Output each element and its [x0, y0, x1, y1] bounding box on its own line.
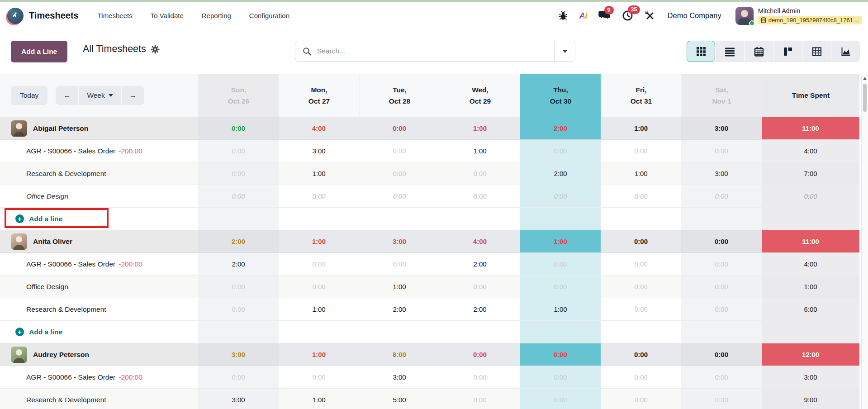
timesheet-cell[interactable]: 1:00 — [440, 140, 520, 162]
timesheet-cell[interactable]: 0:00 — [601, 389, 681, 409]
timesheet-cell[interactable]: 0:00 — [681, 253, 762, 276]
timesheet-cell[interactable]: 1:00 — [279, 162, 359, 185]
timesheet-cell[interactable]: 0:00 — [279, 253, 359, 276]
empty-cell[interactable] — [279, 208, 359, 230]
vertical-scrollbar[interactable] — [861, 74, 868, 409]
timesheet-cell[interactable]: 0:00 — [359, 140, 440, 162]
timesheet-cell[interactable]: 0:00 — [359, 185, 440, 208]
timesheet-cell[interactable]: 2:00 — [440, 253, 520, 276]
empty-cell[interactable] — [520, 208, 601, 230]
timesheet-cell[interactable]: 0:00 — [440, 389, 520, 409]
view-graph-button[interactable] — [831, 41, 860, 62]
timesheet-cell[interactable]: 0:00 — [601, 140, 681, 162]
today-button[interactable]: Today — [11, 86, 47, 105]
timesheet-cell[interactable]: 0:00 — [601, 366, 681, 389]
empty-cell[interactable] — [601, 208, 681, 230]
timesheet-cell[interactable]: 1:00 — [279, 389, 359, 409]
timesheet-cell[interactable]: 0:00 — [198, 276, 279, 298]
company-selector[interactable]: Demo Company — [668, 11, 721, 20]
support-tools-icon[interactable] — [645, 10, 655, 21]
activities-clock-icon[interactable]: 35 — [622, 10, 633, 21]
menu-to-validate[interactable]: To Validate — [143, 7, 191, 24]
timesheet-cell[interactable]: 0:00 — [681, 185, 762, 208]
timesheet-cell[interactable]: 0:00 — [198, 162, 279, 185]
timesheet-cell[interactable]: 1:00 — [279, 298, 359, 321]
timesheet-cell[interactable]: 0:00 — [520, 185, 601, 208]
timesheet-cell[interactable]: 0:00 — [520, 276, 601, 298]
menu-reporting[interactable]: Reporting — [194, 7, 238, 24]
empty-cell[interactable] — [681, 321, 762, 343]
timesheet-cell[interactable]: 2:00 — [440, 298, 520, 321]
timesheet-cell[interactable]: 3:00 — [681, 162, 762, 185]
empty-cell[interactable] — [520, 321, 601, 343]
timesheet-cell[interactable]: 0:00 — [359, 253, 440, 276]
search-filters-toggle[interactable] — [554, 41, 575, 61]
timesheet-cell[interactable]: 0:00 — [198, 366, 279, 389]
timesheet-cell[interactable]: 0:00 — [681, 276, 762, 298]
view-gantt-button[interactable] — [773, 41, 802, 62]
debug-bug-icon[interactable] — [558, 11, 568, 21]
messages-icon[interactable]: 9 — [598, 10, 611, 21]
view-grid-button[interactable] — [687, 41, 715, 62]
timesheet-cell[interactable]: 2:00 — [198, 253, 279, 276]
add-a-line-header-button[interactable]: Add a Line — [11, 41, 67, 62]
timesheets-app-logo-icon[interactable] — [7, 8, 24, 24]
timesheet-cell[interactable]: 0:00 — [601, 276, 681, 298]
timesheet-cell[interactable]: 0:00 — [440, 366, 520, 389]
timesheet-cell[interactable]: 1:00 — [520, 298, 601, 321]
menu-timesheets[interactable]: Timesheets — [90, 7, 140, 24]
timesheet-cell[interactable]: 2:00 — [520, 162, 601, 185]
timesheet-cell[interactable]: 0:00 — [520, 140, 601, 162]
empty-cell[interactable] — [601, 321, 681, 343]
empty-cell[interactable] — [440, 208, 520, 230]
ai-icon[interactable]: AI — [579, 11, 587, 21]
view-list-button[interactable] — [716, 41, 744, 62]
timesheet-cell[interactable]: 0:00 — [601, 185, 681, 208]
search-input[interactable] — [317, 47, 554, 55]
view-calendar-button[interactable] — [745, 41, 773, 62]
timesheet-cell[interactable]: 0:00 — [440, 162, 520, 185]
timesheet-cell[interactable]: 0:00 — [279, 276, 359, 298]
timesheet-cell[interactable]: 0:00 — [279, 185, 359, 208]
timesheet-cell[interactable]: 0:00 — [440, 185, 520, 208]
empty-cell[interactable] — [681, 208, 762, 230]
timesheet-cell[interactable]: 0:00 — [681, 366, 762, 389]
timesheet-cell[interactable]: 1:00 — [601, 162, 681, 185]
timesheet-cell[interactable]: 0:00 — [279, 366, 359, 389]
menu-configuration[interactable]: Configuration — [242, 7, 297, 24]
timesheet-cell[interactable]: 0:00 — [681, 389, 762, 409]
view-pivot-button[interactable] — [802, 41, 831, 62]
empty-cell[interactable] — [279, 321, 359, 343]
timesheet-cell[interactable]: 3:00 — [198, 389, 279, 409]
scroll-up-arrow-icon[interactable] — [863, 77, 867, 80]
empty-cell[interactable] — [198, 208, 279, 230]
timesheet-cell[interactable]: 0:00 — [681, 140, 762, 162]
empty-cell[interactable] — [359, 208, 440, 230]
scrollbar-thumb[interactable] — [863, 84, 867, 112]
timesheet-cell[interactable]: 0:00 — [681, 298, 762, 321]
timesheet-cell[interactable]: 0:00 — [440, 276, 520, 298]
gear-icon[interactable] — [151, 45, 160, 54]
range-dropdown[interactable]: Week — [79, 86, 120, 105]
timesheet-cell[interactable]: 0:00 — [198, 140, 279, 162]
timesheet-cell[interactable]: 0:00 — [198, 298, 279, 321]
timesheet-cell[interactable]: 0:00 — [520, 253, 601, 276]
timesheet-cell[interactable]: 3:00 — [279, 140, 359, 162]
empty-cell[interactable] — [359, 321, 440, 343]
timesheet-cell[interactable]: 0:00 — [520, 389, 601, 409]
empty-cell[interactable] — [440, 321, 520, 343]
timesheet-cell[interactable]: 0:00 — [359, 162, 440, 185]
user-menu[interactable]: Mitchell Admin demo_190_19529874f0c8_176… — [735, 7, 862, 25]
empty-cell[interactable] — [198, 321, 279, 343]
add-a-line-button[interactable]: +Add a line — [0, 208, 198, 230]
timesheet-cell[interactable]: 5:00 — [359, 389, 440, 409]
next-week-button[interactable]: → — [122, 86, 144, 105]
timesheet-cell[interactable]: 1:00 — [359, 276, 440, 298]
timesheet-cell[interactable]: 0:00 — [601, 253, 681, 276]
previous-week-button[interactable]: ← — [56, 86, 78, 105]
add-a-line-button[interactable]: +Add a line — [0, 321, 198, 343]
timesheet-cell[interactable]: 0:00 — [198, 185, 279, 208]
timesheet-cell[interactable]: 2:00 — [359, 298, 440, 321]
timesheet-cell[interactable]: 0:00 — [520, 366, 601, 389]
timesheet-cell[interactable]: 3:00 — [359, 366, 440, 389]
